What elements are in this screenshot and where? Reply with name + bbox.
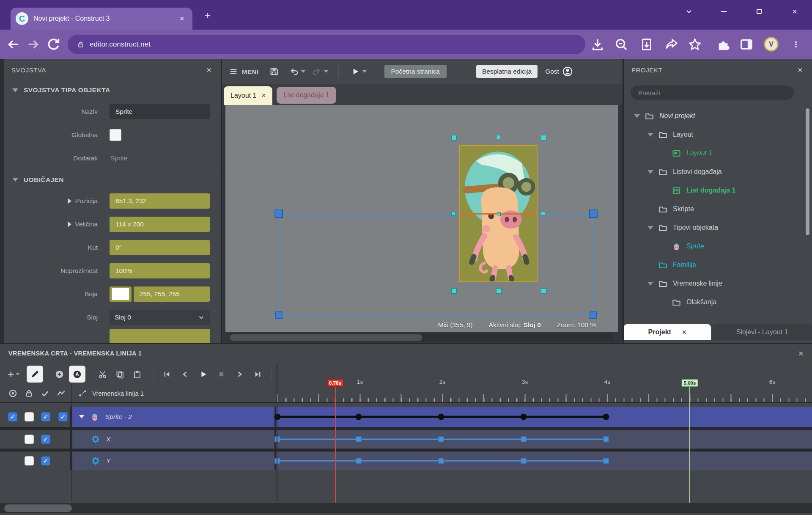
track-checkbox[interactable]: ✓ (8, 412, 17, 421)
new-tab-button[interactable]: + (201, 8, 214, 22)
timeline-track-sprite-2[interactable]: ✓✓✓Sprite - 2 (0, 407, 812, 427)
path-handle[interactable] (590, 311, 597, 319)
save-button[interactable] (269, 67, 279, 76)
resize-handle[interactable] (496, 135, 500, 139)
home-page-button[interactable]: Početna stranica (384, 65, 447, 78)
panel-tab-2[interactable]: Slojevi - Layout 1 (712, 324, 812, 340)
track-lane[interactable] (276, 407, 812, 427)
playhead-time-badge[interactable]: 0.70s (327, 379, 343, 387)
track-checkbox[interactable]: ✓ (41, 456, 50, 465)
track-caret-icon[interactable] (79, 415, 84, 419)
project-search-input[interactable] (631, 85, 794, 100)
forward-icon[interactable] (26, 37, 41, 52)
resize-handle[interactable] (451, 288, 457, 294)
expand-caret-icon[interactable] (68, 198, 71, 204)
track-name-cell[interactable]: X (71, 430, 276, 449)
track-checkbox[interactable] (25, 456, 34, 465)
origin-handle[interactable] (497, 212, 501, 216)
track-checkbox[interactable] (25, 412, 34, 421)
doc-tab-2[interactable]: List događaja 1 (277, 87, 336, 104)
end-marker-line[interactable] (689, 380, 690, 503)
main-menu-button[interactable]: MENI (229, 67, 259, 76)
resize-handle[interactable] (541, 288, 546, 294)
project-close-icon[interactable]: × (796, 65, 804, 75)
tree-item-listovi-doga-aja[interactable]: Listovi događaja (624, 162, 803, 181)
preview-dropdown-icon[interactable] (362, 70, 367, 73)
extensions-puzzle-icon[interactable] (716, 37, 731, 52)
scrollbar-thumb[interactable] (230, 334, 422, 341)
skip-end-button[interactable] (253, 370, 262, 379)
path-handle[interactable] (274, 209, 283, 218)
zoom-out-icon[interactable] (614, 37, 628, 52)
window-maximize-button[interactable] (749, 4, 769, 19)
tree-caret-icon[interactable] (647, 170, 653, 174)
add-keyframe-button[interactable]: + (8, 368, 14, 381)
tree-item-vremenske-linije[interactable]: Vremenske linije (624, 274, 803, 293)
browser-tab[interactable]: C Novi projekt - Construct 3 × (11, 8, 192, 30)
timeline-track-y[interactable]: ✓Y (0, 452, 812, 470)
text-input[interactable]: Sprite (110, 104, 210, 119)
keyframe[interactable] (274, 414, 281, 420)
visibility-eye-icon[interactable] (8, 389, 17, 398)
window-chevron-icon[interactable] (679, 4, 699, 19)
tree-item-olak-anja[interactable]: Olakšanja (624, 293, 803, 311)
window-minimize-button[interactable] (714, 4, 733, 19)
bookmark-star-icon[interactable] (688, 37, 702, 52)
tab-close-icon[interactable]: × (176, 13, 187, 24)
window-close-button[interactable]: × (785, 4, 804, 19)
panel-tab-close-icon[interactable]: × (682, 328, 687, 337)
lock-track-icon[interactable] (25, 389, 33, 398)
timeline-hscrollbar[interactable] (0, 503, 812, 513)
tree-caret-icon[interactable] (634, 114, 640, 118)
tree-item-novi-projekt[interactable]: Novi projekt (624, 107, 803, 125)
keyframe[interactable] (356, 437, 362, 442)
tree-caret-icon[interactable] (647, 133, 653, 137)
tree-item-skripte[interactable]: Skripte (624, 200, 803, 218)
layer-select[interactable]: Sloj 0 (110, 310, 210, 325)
tree-item-familije[interactable]: Familije (624, 256, 803, 274)
tree-item-layout-1[interactable]: Layout 1 (624, 144, 803, 162)
path-handle[interactable] (589, 209, 598, 218)
keyframe[interactable] (603, 414, 609, 420)
keyframe[interactable] (439, 458, 444, 464)
tree-caret-icon[interactable] (647, 226, 653, 230)
playhead-line[interactable] (335, 380, 336, 503)
paste-button[interactable] (133, 370, 142, 379)
section-header[interactable]: SVOJSTVA TIPA OBJEKTA (4, 80, 221, 100)
checkbox-input[interactable] (110, 129, 121, 141)
color-value-input[interactable]: 255, 255, 255 (134, 286, 210, 302)
tree-caret-icon[interactable] (647, 282, 653, 286)
resize-handle[interactable] (496, 288, 502, 294)
tree-item-layout[interactable]: Layout (624, 125, 803, 144)
timeline-track-x[interactable]: ✓X (0, 430, 812, 449)
step-back-button[interactable] (181, 370, 189, 379)
keyframe[interactable] (521, 458, 527, 464)
browser-menu-dots-icon[interactable] (792, 37, 800, 52)
sprite-selection-box[interactable] (459, 145, 538, 282)
canvas-hscrollbar[interactable] (229, 333, 613, 342)
back-icon[interactable] (6, 37, 20, 52)
sidebar-icon[interactable] (739, 37, 754, 52)
value-input[interactable]: 651.3, 232 (110, 193, 210, 209)
track-checkbox[interactable]: ✓ (58, 412, 68, 421)
expand-caret-icon[interactable] (68, 221, 71, 227)
guest-account[interactable]: Gost (545, 66, 573, 77)
save-page-icon[interactable] (639, 37, 654, 52)
keyframe[interactable] (604, 437, 609, 442)
path-handle[interactable] (275, 311, 283, 319)
tree-item-tipovi-objekata[interactable]: Tipovi objekata (624, 218, 803, 237)
undo-dropdown-icon[interactable] (301, 70, 305, 73)
keyframe[interactable] (521, 414, 527, 420)
redo-dropdown-icon[interactable] (324, 70, 328, 73)
keyframe[interactable] (439, 437, 444, 442)
scrollbar-thumb[interactable] (4, 504, 72, 512)
color-swatch-button[interactable] (110, 286, 132, 302)
resize-handle[interactable] (541, 212, 545, 216)
keyframe[interactable] (275, 437, 280, 442)
track-name-cell[interactable]: Y (71, 452, 276, 470)
url-bar[interactable]: editor.construct.net (68, 35, 585, 54)
value-input[interactable]: 0° (110, 240, 210, 255)
cut-button[interactable] (98, 370, 107, 379)
panel-tab-1[interactable]: Projekt× (624, 324, 711, 340)
auto-keyframe-button[interactable] (55, 370, 64, 379)
